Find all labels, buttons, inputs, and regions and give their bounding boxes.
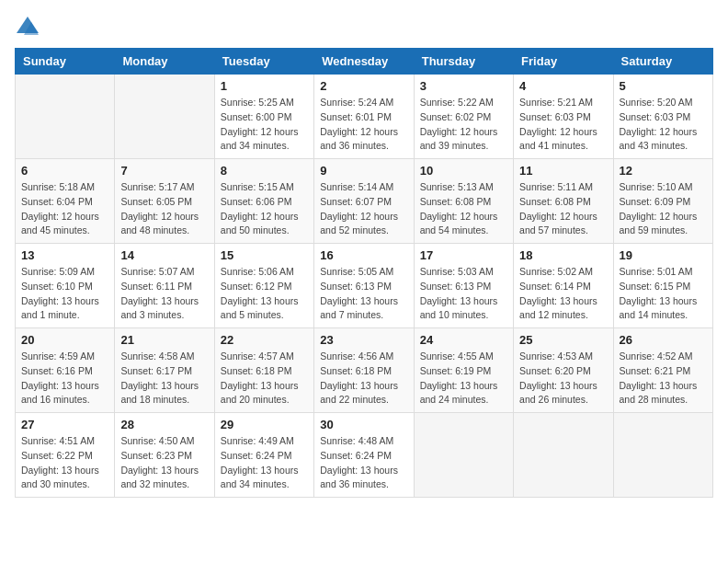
calendar-cell: 9Sunrise: 5:14 AM Sunset: 6:07 PM Daylig… — [314, 159, 414, 244]
day-info: Sunrise: 5:24 AM Sunset: 6:01 PM Dayligh… — [320, 96, 407, 154]
calendar-cell: 26Sunrise: 4:52 AM Sunset: 6:21 PM Dayli… — [613, 328, 712, 413]
logo — [15, 15, 44, 39]
day-info: Sunrise: 4:55 AM Sunset: 6:19 PM Dayligh… — [420, 350, 507, 408]
day-number: 28 — [120, 418, 208, 431]
day-number: 29 — [221, 418, 308, 431]
calendar-cell: 5Sunrise: 5:20 AM Sunset: 6:03 PM Daylig… — [613, 75, 712, 159]
calendar-cell: 6Sunrise: 5:18 AM Sunset: 6:04 PM Daylig… — [16, 159, 115, 244]
calendar-header-row: SundayMondayTuesdayWednesdayThursdayFrid… — [16, 49, 713, 75]
day-number: 9 — [320, 164, 407, 178]
calendar-cell: 17Sunrise: 5:03 AM Sunset: 6:13 PM Dayli… — [414, 244, 513, 328]
day-number: 26 — [620, 333, 707, 347]
weekday-header-friday: Friday — [514, 49, 613, 75]
calendar-cell: 4Sunrise: 5:21 AM Sunset: 6:03 PM Daylig… — [514, 75, 613, 159]
weekday-header-saturday: Saturday — [613, 49, 712, 75]
day-info: Sunrise: 5:06 AM Sunset: 6:12 PM Dayligh… — [221, 265, 308, 323]
day-info: Sunrise: 5:01 AM Sunset: 6:15 PM Dayligh… — [620, 265, 707, 323]
day-number: 6 — [21, 164, 108, 178]
calendar-week-row: 1Sunrise: 5:25 AM Sunset: 6:00 PM Daylig… — [16, 75, 713, 159]
calendar-cell: 2Sunrise: 5:24 AM Sunset: 6:01 PM Daylig… — [314, 75, 414, 159]
calendar-cell — [16, 75, 115, 159]
day-info: Sunrise: 5:09 AM Sunset: 6:10 PM Dayligh… — [21, 265, 108, 323]
day-number: 7 — [120, 164, 208, 178]
day-number: 13 — [21, 248, 108, 262]
calendar-week-row: 20Sunrise: 4:59 AM Sunset: 6:16 PM Dayli… — [16, 328, 713, 413]
calendar-cell: 30Sunrise: 4:48 AM Sunset: 6:24 PM Dayli… — [314, 413, 414, 498]
day-number: 23 — [320, 333, 407, 347]
day-number: 20 — [21, 333, 108, 347]
page-header — [15, 15, 713, 39]
calendar-cell: 8Sunrise: 5:15 AM Sunset: 6:06 PM Daylig… — [214, 159, 313, 244]
calendar-cell — [514, 413, 613, 498]
calendar-cell: 10Sunrise: 5:13 AM Sunset: 6:08 PM Dayli… — [414, 159, 513, 244]
calendar-cell: 28Sunrise: 4:50 AM Sunset: 6:23 PM Dayli… — [115, 413, 214, 498]
day-info: Sunrise: 4:52 AM Sunset: 6:21 PM Dayligh… — [620, 350, 707, 408]
day-number: 18 — [519, 248, 607, 262]
weekday-header-tuesday: Tuesday — [214, 49, 313, 75]
weekday-header-wednesday: Wednesday — [314, 49, 414, 75]
calendar-cell: 18Sunrise: 5:02 AM Sunset: 6:14 PM Dayli… — [514, 244, 613, 328]
day-number: 1 — [221, 79, 308, 93]
calendar-cell: 14Sunrise: 5:07 AM Sunset: 6:11 PM Dayli… — [115, 244, 214, 328]
day-info: Sunrise: 4:59 AM Sunset: 6:16 PM Dayligh… — [21, 350, 108, 408]
day-info: Sunrise: 5:18 AM Sunset: 6:04 PM Dayligh… — [21, 180, 108, 238]
day-info: Sunrise: 4:48 AM Sunset: 6:24 PM Dayligh… — [320, 434, 407, 492]
calendar-cell: 22Sunrise: 4:57 AM Sunset: 6:18 PM Dayli… — [214, 328, 313, 413]
day-info: Sunrise: 4:56 AM Sunset: 6:18 PM Dayligh… — [320, 350, 407, 408]
calendar-cell: 27Sunrise: 4:51 AM Sunset: 6:22 PM Dayli… — [16, 413, 115, 498]
weekday-header-sunday: Sunday — [16, 49, 115, 75]
day-number: 30 — [320, 418, 407, 431]
calendar-cell: 16Sunrise: 5:05 AM Sunset: 6:13 PM Dayli… — [314, 244, 414, 328]
calendar-cell: 29Sunrise: 4:49 AM Sunset: 6:24 PM Dayli… — [214, 413, 313, 498]
day-info: Sunrise: 4:49 AM Sunset: 6:24 PM Dayligh… — [221, 434, 308, 492]
calendar-cell — [414, 413, 513, 498]
day-number: 21 — [120, 333, 208, 347]
day-number: 27 — [21, 418, 108, 431]
calendar-cell: 3Sunrise: 5:22 AM Sunset: 6:02 PM Daylig… — [414, 75, 513, 159]
day-number: 12 — [620, 164, 707, 178]
calendar-cell: 21Sunrise: 4:58 AM Sunset: 6:17 PM Dayli… — [115, 328, 214, 413]
day-info: Sunrise: 5:15 AM Sunset: 6:06 PM Dayligh… — [221, 180, 308, 238]
day-number: 17 — [420, 248, 507, 262]
day-info: Sunrise: 5:02 AM Sunset: 6:14 PM Dayligh… — [519, 265, 607, 323]
day-number: 10 — [420, 164, 507, 178]
calendar-week-row: 27Sunrise: 4:51 AM Sunset: 6:22 PM Dayli… — [16, 413, 713, 498]
calendar-cell: 7Sunrise: 5:17 AM Sunset: 6:05 PM Daylig… — [115, 159, 214, 244]
calendar-cell: 24Sunrise: 4:55 AM Sunset: 6:19 PM Dayli… — [414, 328, 513, 413]
day-info: Sunrise: 5:03 AM Sunset: 6:13 PM Dayligh… — [420, 265, 507, 323]
day-number: 5 — [620, 79, 707, 93]
day-info: Sunrise: 5:21 AM Sunset: 6:03 PM Dayligh… — [519, 96, 607, 154]
day-number: 11 — [519, 164, 607, 178]
day-number: 16 — [320, 248, 407, 262]
calendar-cell — [613, 413, 712, 498]
day-number: 24 — [420, 333, 507, 347]
day-number: 25 — [519, 333, 607, 347]
day-info: Sunrise: 5:14 AM Sunset: 6:07 PM Dayligh… — [320, 180, 407, 238]
day-info: Sunrise: 5:22 AM Sunset: 6:02 PM Dayligh… — [420, 96, 507, 154]
day-number: 3 — [420, 79, 507, 93]
day-info: Sunrise: 4:58 AM Sunset: 6:17 PM Dayligh… — [120, 350, 208, 408]
day-info: Sunrise: 5:13 AM Sunset: 6:08 PM Dayligh… — [420, 180, 507, 238]
day-info: Sunrise: 5:07 AM Sunset: 6:11 PM Dayligh… — [120, 265, 208, 323]
day-info: Sunrise: 5:20 AM Sunset: 6:03 PM Dayligh… — [620, 96, 707, 154]
day-info: Sunrise: 4:51 AM Sunset: 6:22 PM Dayligh… — [21, 434, 108, 492]
calendar-cell: 25Sunrise: 4:53 AM Sunset: 6:20 PM Dayli… — [514, 328, 613, 413]
day-info: Sunrise: 4:57 AM Sunset: 6:18 PM Dayligh… — [221, 350, 308, 408]
day-number: 2 — [320, 79, 407, 93]
day-info: Sunrise: 5:17 AM Sunset: 6:05 PM Dayligh… — [120, 180, 208, 238]
calendar-cell: 13Sunrise: 5:09 AM Sunset: 6:10 PM Dayli… — [16, 244, 115, 328]
calendar-cell: 1Sunrise: 5:25 AM Sunset: 6:00 PM Daylig… — [214, 75, 313, 159]
calendar-cell — [115, 75, 214, 159]
day-number: 22 — [221, 333, 308, 347]
day-number: 8 — [221, 164, 308, 178]
day-info: Sunrise: 4:53 AM Sunset: 6:20 PM Dayligh… — [519, 350, 607, 408]
logo-icon — [15, 15, 40, 39]
calendar-table: SundayMondayTuesdayWednesdayThursdayFrid… — [15, 48, 713, 498]
calendar-cell: 23Sunrise: 4:56 AM Sunset: 6:18 PM Dayli… — [314, 328, 414, 413]
calendar-week-row: 6Sunrise: 5:18 AM Sunset: 6:04 PM Daylig… — [16, 159, 713, 244]
weekday-header-thursday: Thursday — [414, 49, 513, 75]
calendar-cell: 11Sunrise: 5:11 AM Sunset: 6:08 PM Dayli… — [514, 159, 613, 244]
weekday-header-monday: Monday — [115, 49, 214, 75]
day-info: Sunrise: 5:05 AM Sunset: 6:13 PM Dayligh… — [320, 265, 407, 323]
day-number: 4 — [519, 79, 607, 93]
